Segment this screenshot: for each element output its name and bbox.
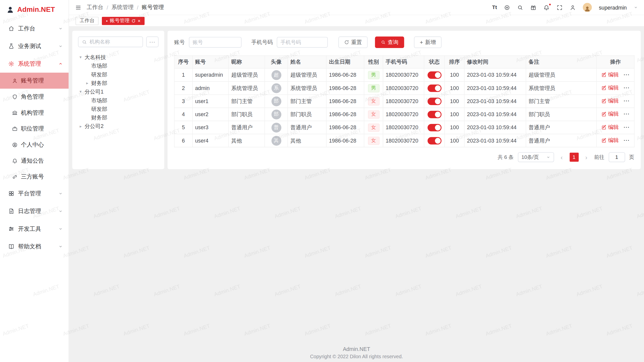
chevron-down-icon [634,5,638,9]
brand-logo[interactable]: Admin.NET [0,0,69,20]
chevron-down-icon [58,191,63,196]
notification-bell-wrapper[interactable] [543,4,549,10]
cell-nickname: 超级管理员 [229,68,265,81]
edit-button[interactable]: 编辑 [601,97,619,105]
sidebar-item-workbench[interactable]: 工作台 [0,20,69,37]
search-icon[interactable] [517,4,523,10]
page-number-button[interactable]: 1 [570,153,579,162]
sidebar-item-notice[interactable]: 通知公告 [0,153,69,169]
cell-account: user3 [192,121,229,134]
caret-expanded-icon[interactable]: ▸ [79,89,83,94]
sidebar-item-business-test[interactable]: 业务测试 [0,37,69,55]
breadcrumb-item[interactable]: 工作台 [87,4,103,11]
tab-workbench[interactable]: 工作台 [75,17,98,25]
caret-collapsed-icon[interactable]: ▸ [78,124,83,128]
org-search-input[interactable] [90,39,139,45]
col-header: 操作 [596,56,634,68]
goto-page-input[interactable] [609,152,625,162]
sidebar-item-help-docs[interactable]: 帮助文档 [0,238,69,255]
grid-icon [8,191,14,197]
row-more-button[interactable]: ··· [624,72,630,78]
refresh-icon[interactable] [132,19,136,23]
cell-account: user4 [192,134,229,147]
edit-button[interactable]: 编辑 [601,137,619,144]
sidebar-item-account-management[interactable]: 账号管理 [0,73,69,89]
gift-icon[interactable] [530,4,536,10]
caret-collapsed-icon[interactable]: ▸ [85,81,90,85]
tree-node[interactable]: 市场部 [78,62,158,70]
username[interactable]: superadmin [599,4,627,10]
fullscreen-icon[interactable] [556,4,562,10]
sidebar-item-label: 账号管理 [21,77,44,84]
cell-modified: 2023-01-03 10:59:44 [464,68,526,81]
tree-node[interactable]: ▸ 大名科技 [78,53,158,62]
tab-account-management[interactable]: ● 账号管理 × [102,17,145,25]
breadcrumb-item[interactable]: 系统管理 [111,4,134,11]
status-toggle[interactable] [427,124,441,131]
theme-icon[interactable] [504,4,510,10]
add-button[interactable]: + 新增 [414,36,442,48]
tree-node[interactable]: 财务部 [78,113,158,122]
tree-node[interactable]: ▸ 财务部 [78,79,158,87]
gender-tag: 男 [368,84,379,92]
sidebar-item-profile-center[interactable]: 个人中心 [0,137,69,153]
row-more-button[interactable]: ··· [624,138,630,143]
sidebar-item-role-management[interactable]: 角色管理 [0,89,69,105]
phone-input[interactable] [277,37,328,48]
tree-node[interactable]: ▸ 分公司1 [78,87,158,96]
edit-button[interactable]: 编辑 [601,84,619,92]
sidebar-item-org-management[interactable]: 机构管理 [0,105,69,121]
sidebar-item-position-management[interactable]: 职位管理 [0,121,69,137]
sidebar-item-log-management[interactable]: 日志管理 [0,202,69,220]
sidebar-item-system-management[interactable]: 系统管理 [0,55,69,73]
edit-button[interactable]: 编辑 [601,124,619,131]
row-more-button[interactable]: ··· [624,85,630,91]
cell-actions: 编辑··· [596,134,634,147]
status-toggle[interactable] [427,84,441,92]
cell-order: 100 [445,95,464,108]
tree-node[interactable]: 研发部 [78,70,158,79]
status-toggle[interactable] [427,137,441,144]
tree-node-label: 研发部 [91,105,107,113]
prev-page-button[interactable]: ‹ [558,154,565,160]
tree-node[interactable]: 研发部 [78,105,158,113]
sidebar-item-label: 系统管理 [18,60,41,67]
user-avatar[interactable] [583,3,592,12]
font-size-icon[interactable]: Tt [492,5,497,10]
cell-avatar: 普 [265,121,288,134]
status-toggle[interactable] [427,98,441,105]
sidebar-item-third-party-account[interactable]: 三方账号 [0,169,69,185]
tree-node[interactable]: 市场部 [78,96,158,105]
sidebar-item-dev-tools[interactable]: 开发工具 [0,220,69,238]
sidebar-item-platform-management[interactable]: 平台管理 [0,185,69,202]
footer-copyright: Copyright © 2022 Dilon All rights reserv… [69,354,644,359]
cell-gender: 女 [364,121,383,134]
row-more-button[interactable]: ··· [624,111,630,117]
tree-node[interactable]: ▸ 分公司2 [78,122,158,130]
avatar: 部 [271,96,281,106]
person-icon[interactable] [570,4,576,10]
caret-expanded-icon[interactable]: ▸ [79,55,83,60]
sidebar: Admin.NET 工作台 业务测试 系统管理 账号管理 [0,0,69,362]
edit-button[interactable]: 编辑 [601,71,619,78]
close-icon[interactable]: × [138,18,140,23]
cell-remark: 普通用户 [526,134,597,147]
page-size-select[interactable]: 10条/页 [518,152,554,162]
status-toggle[interactable] [427,71,441,78]
row-more-button[interactable]: ··· [624,124,630,130]
account-input[interactable] [189,37,242,48]
sidebar-menu: 工作台 业务测试 系统管理 账号管理 角色管理 [0,20,69,255]
edit-button[interactable]: 编辑 [601,111,619,118]
cell-phone: 18020030720 [383,68,424,81]
accounts-table: 序号 账号 昵称 头像 姓名 出生日期 性别 手机号码 状态 排序 修改时间 [174,55,634,147]
reset-button[interactable]: 重置 [338,36,368,48]
hamburger-menu-icon[interactable] [75,4,81,10]
status-toggle[interactable] [427,111,441,118]
org-more-button[interactable]: ··· [146,36,158,47]
sidebar-item-label: 三方账号 [21,173,44,180]
row-more-button[interactable]: ··· [624,98,630,104]
edit-pencil-icon [601,72,606,77]
next-page-button[interactable]: › [583,154,590,160]
search-button[interactable]: 查询 [375,36,404,48]
avatar: 部 [271,109,281,119]
